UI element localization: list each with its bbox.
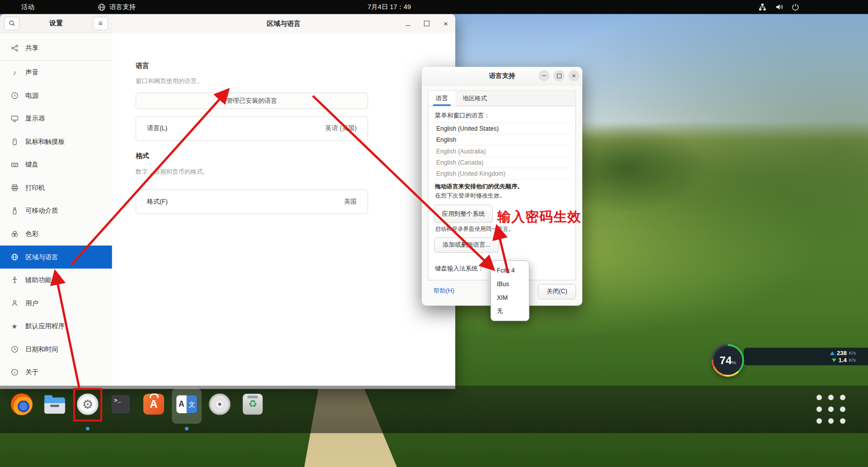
add-remove-languages-button[interactable]: 添加或删除语言...	[434, 238, 499, 253]
activities-button[interactable]: 活动	[21, 0, 34, 14]
ime-option-xim[interactable]: XIM	[491, 291, 529, 304]
ime-option-ibus[interactable]: IBus	[491, 277, 529, 291]
sidebar-item-color[interactable]: 色彩	[0, 222, 112, 246]
apply-note: 启动和登录界面使用同一语言。	[435, 225, 514, 233]
sidebar-item-label: 区域与语言	[25, 253, 58, 261]
settings-window: 设置 ≡ 共享 ♪ 声音 电源	[0, 14, 455, 389]
running-dot-settings	[86, 427, 90, 431]
dock-item-software-updater[interactable]: ♻	[240, 392, 265, 417]
ime-option-none[interactable]: 无	[491, 304, 529, 318]
tab-language[interactable]: 语言	[428, 91, 455, 105]
ime-system-label: 键盘输入法系统：	[435, 264, 484, 273]
language-list-item[interactable]: English	[435, 134, 570, 145]
settings-gear-icon: ⚙	[77, 394, 99, 415]
keyboard-icon	[10, 161, 19, 169]
power-menu[interactable]	[792, 0, 799, 14]
star-icon: ★	[10, 322, 19, 330]
focused-app-label: 语言支持	[109, 3, 136, 11]
format-section-subtitle: 数字，日期和货币的格式。	[136, 168, 209, 176]
language-name: English (Canada)	[436, 159, 483, 166]
share-icon	[10, 44, 19, 52]
sidebar-item-displays[interactable]: 显示器	[0, 107, 112, 131]
sidebar-item-date-time[interactable]: 日期和时间	[0, 338, 112, 361]
search-icon	[9, 20, 15, 26]
sidebar-list: 共享 ♪ 声音 电源 显示器 鼠标和触摸板	[0, 36, 112, 384]
dock-item-media-player[interactable]	[207, 392, 232, 417]
format-section-title: 格式	[136, 152, 149, 161]
ime-option-label: XIM	[497, 294, 507, 301]
dock-item-language-input[interactable]: A 文	[174, 392, 200, 417]
maximize-button[interactable]	[554, 70, 565, 81]
apply-system-wide-label: 应用到整个系统	[442, 210, 485, 218]
language-row-value: 英语 (美国)	[326, 124, 357, 132]
sidebar-item-default-apps[interactable]: ★ 默认应用程序	[0, 315, 112, 338]
sidebar-item-keyboard[interactable]: 键盘	[0, 153, 112, 177]
battery-power-icon	[10, 92, 19, 99]
maximize-button[interactable]	[421, 18, 432, 29]
power-icon	[792, 3, 799, 11]
dock-item-files[interactable]	[42, 392, 67, 417]
show-applications-button[interactable]	[816, 395, 845, 423]
language-list-item[interactable]: English (United Kingdom)	[435, 168, 570, 179]
language-list-item[interactable]: English (United States)	[435, 123, 570, 134]
dock-item-firefox[interactable]	[9, 392, 34, 417]
tab-regional-formats[interactable]: 地区格式	[455, 91, 494, 105]
dock-item-terminal[interactable]: >_	[108, 392, 133, 417]
sidebar-item-printers[interactable]: 打印机	[0, 176, 112, 200]
close-button[interactable]: ×	[440, 18, 452, 29]
search-button[interactable]	[4, 17, 19, 30]
language-input-icon: A 文	[176, 395, 198, 413]
sidebar-item-about[interactable]: 关于	[0, 361, 112, 384]
sidebar-item-label: 共享	[25, 44, 38, 53]
help-button[interactable]: 帮助(H)	[433, 287, 454, 295]
cpu-usage-ring: 74 %	[712, 344, 744, 376]
grid-dot	[840, 407, 846, 412]
language-row-label: 语言(L)	[147, 124, 167, 132]
language-name: English (United States)	[436, 125, 498, 132]
dock-item-settings[interactable]: ⚙	[75, 392, 100, 417]
dock-item-software-store[interactable]: A	[141, 392, 167, 417]
manage-installed-languages-button[interactable]: 管理已安装的语言	[136, 93, 368, 109]
sidebar-item-removable-media[interactable]: 可移动介质	[0, 200, 112, 223]
download-speed-row: 1.4 K/s	[744, 357, 856, 363]
sidebar-separator	[0, 60, 112, 61]
recycle-icon: ♻	[243, 394, 262, 415]
sidebar-item-users[interactable]: 用户	[0, 292, 112, 315]
sidebar-item-label: 关于	[25, 368, 38, 377]
close-dialog-button[interactable]: 关闭(C)	[538, 284, 576, 299]
mouse-icon	[10, 138, 19, 145]
globe-icon	[98, 3, 106, 11]
focused-app-menu[interactable]: 语言支持	[98, 0, 136, 14]
close-icon-button[interactable]: ×	[568, 70, 579, 81]
sidebar-item-accessibility[interactable]: 辅助功能	[0, 268, 112, 292]
sidebar-item-power[interactable]: 电源	[0, 84, 112, 107]
settings-sidebar: 设置 ≡ 共享 ♪ 声音 电源	[0, 14, 112, 389]
clock-menu[interactable]: 7月4日 17：49	[365, 0, 414, 14]
language-row[interactable]: 语言(L) 英语 (美国)	[136, 116, 368, 140]
minimize-button[interactable]	[538, 70, 549, 81]
language-list-item[interactable]: English (Canada)	[435, 157, 570, 168]
sidebar-item-region-language[interactable]: 区域与语言	[0, 246, 112, 269]
network-speed-widget: 238 K/s 1.4 K/s	[744, 347, 868, 365]
sidebar-item-mouse[interactable]: 鼠标和触摸板	[0, 130, 112, 153]
volume-indicator[interactable]	[775, 0, 783, 14]
format-row-label: 格式(F)	[147, 198, 168, 206]
hamburger-menu-icon: ≡	[98, 19, 102, 27]
apply-system-wide-button[interactable]: 应用到整个系统	[434, 205, 493, 223]
minimize-button[interactable]	[402, 18, 414, 29]
network-indicator[interactable]	[759, 0, 766, 14]
language-name: English (Australia)	[436, 147, 486, 154]
minimize-icon	[405, 25, 410, 26]
primary-menu-button[interactable]: ≡	[93, 17, 108, 30]
language-list-item[interactable]: English (Australia)	[435, 145, 570, 157]
ime-option-label: 无	[497, 307, 503, 315]
firefox-icon	[11, 394, 32, 415]
settings-headerbar: 区域与语言 ×	[112, 14, 455, 33]
ime-option-fcitx4[interactable]: Fcitx 4	[491, 263, 529, 277]
sidebar-item-sharing[interactable]: 共享	[0, 36, 112, 60]
clock-label: 7月4日 17：49	[368, 3, 411, 11]
accessibility-person-icon	[10, 276, 19, 284]
format-row[interactable]: 格式(F) 美国	[136, 189, 368, 214]
sidebar-item-sound[interactable]: ♪ 声音	[0, 61, 112, 85]
language-name: English (United Kingdom)	[436, 170, 505, 177]
